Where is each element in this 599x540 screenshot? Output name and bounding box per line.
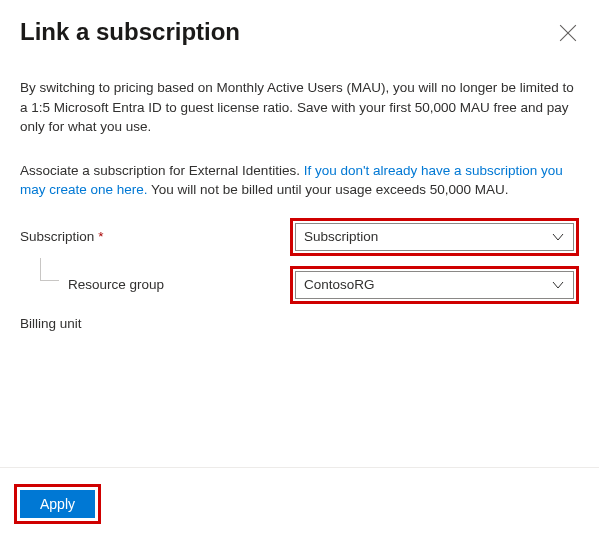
associate-suffix: You will not be billed until your usage …	[148, 182, 509, 197]
chevron-down-icon	[551, 278, 565, 292]
associate-prefix: Associate a subscription for External Id…	[20, 163, 304, 178]
panel-header: Link a subscription	[20, 18, 579, 46]
apply-button[interactable]: Apply	[20, 490, 95, 518]
footer: Apply	[14, 484, 101, 524]
billing-unit-label: Billing unit	[20, 316, 82, 331]
subscription-select[interactable]: Subscription	[295, 223, 574, 251]
close-icon[interactable]	[559, 24, 577, 42]
required-asterisk: *	[98, 229, 103, 244]
intro-text: By switching to pricing based on Monthly…	[20, 78, 579, 137]
chevron-down-icon	[551, 230, 565, 244]
subscription-label: Subscription *	[20, 229, 290, 244]
panel-title: Link a subscription	[20, 18, 240, 46]
subscription-select-highlight: Subscription	[290, 218, 579, 256]
resource-group-select-highlight: ContosoRG	[290, 266, 579, 304]
subscription-row: Subscription * Subscription	[20, 218, 579, 256]
subscription-label-text: Subscription	[20, 229, 94, 244]
apply-button-highlight: Apply	[14, 484, 101, 524]
resource-group-select[interactable]: ContosoRG	[295, 271, 574, 299]
link-subscription-panel: Link a subscription By switching to pric…	[0, 0, 599, 540]
subscription-select-value: Subscription	[304, 229, 378, 244]
resource-group-select-value: ContosoRG	[304, 277, 375, 292]
resource-group-label: Resource group	[20, 277, 290, 292]
resource-group-row: Resource group ContosoRG	[20, 266, 579, 304]
footer-separator	[0, 467, 599, 468]
resource-group-label-text: Resource group	[68, 277, 164, 292]
associate-text: Associate a subscription for External Id…	[20, 161, 579, 200]
billing-unit-row: Billing unit	[20, 316, 579, 331]
